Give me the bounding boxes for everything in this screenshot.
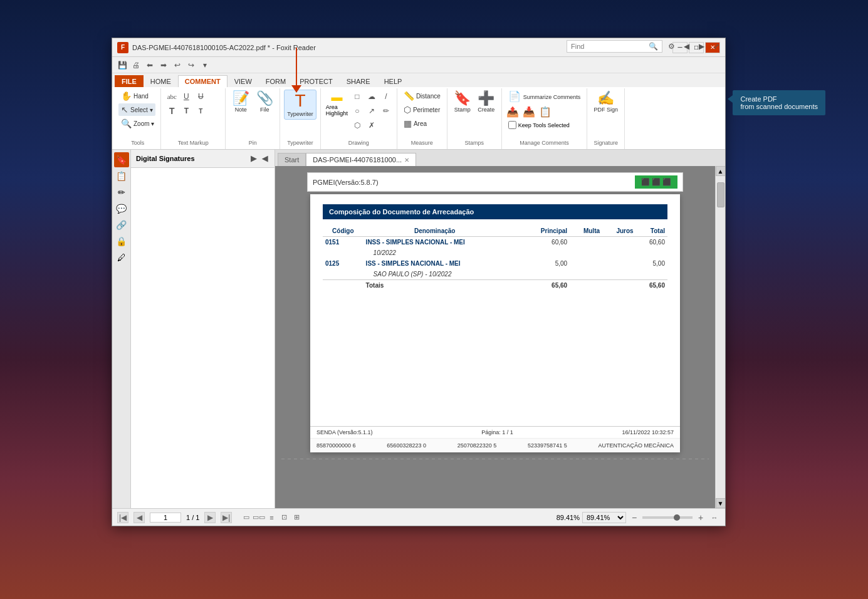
scroll-thumb[interactable] bbox=[717, 182, 724, 207]
prev-page-btn[interactable]: ◀ bbox=[133, 512, 145, 523]
ellipse-tool[interactable]: ○ bbox=[350, 104, 364, 118]
stamp-icon: 🔖 bbox=[454, 91, 471, 105]
summarize-tool[interactable]: 📄 Summarize Comments bbox=[506, 90, 583, 103]
pdf-area[interactable]: PGMEI(Versão:5.8.7) ⬛ ⬛ ⬛ Composição do … bbox=[275, 166, 715, 508]
typewriter-tool[interactable]: T Typewriter bbox=[284, 90, 316, 120]
zoom-slider[interactable] bbox=[642, 516, 693, 519]
settings-btn[interactable]: ⚙ bbox=[665, 40, 677, 53]
zoom-slider-thumb[interactable] bbox=[674, 514, 680, 521]
expand-btn[interactable]: ⤢ bbox=[710, 40, 723, 53]
das-header-bar: PGMEI(Versão:5.8.7) ⬛ ⬛ ⬛ bbox=[307, 172, 683, 192]
tab-help[interactable]: HELP bbox=[377, 75, 409, 87]
arrow-tool[interactable]: ↗ bbox=[365, 104, 379, 118]
sidebar-icon-comment[interactable]: 💬 bbox=[114, 201, 129, 216]
comment-export-icon[interactable]: 📤 bbox=[506, 105, 520, 118]
next-page-btn[interactable]: ▶ bbox=[204, 512, 216, 523]
table-row: SAO PAULO (SP) - 10/2022 bbox=[323, 269, 667, 280]
tab-home[interactable]: HOME bbox=[144, 75, 178, 87]
last-page-btn[interactable]: ▶| bbox=[221, 512, 232, 523]
redo-quick-btn[interactable]: ↪ bbox=[185, 59, 197, 71]
file-tool[interactable]: 📎 File bbox=[253, 90, 276, 115]
sidebar-icon-bookmark[interactable]: 🔖 bbox=[114, 152, 129, 167]
ribbon-group-pin: 📝 Note 📎 File Pin bbox=[226, 88, 280, 149]
polygon-tool[interactable]: ⬡ bbox=[350, 118, 364, 132]
tm-abc[interactable]: abc bbox=[165, 90, 179, 103]
fit-page-btn[interactable]: ⊡ bbox=[278, 512, 290, 523]
nav-back-btn[interactable]: ◀ bbox=[680, 40, 693, 53]
select-tool[interactable]: ↖ Select ▾ bbox=[118, 103, 155, 116]
tm-T1[interactable]: T bbox=[165, 104, 179, 118]
line-tool[interactable]: / bbox=[379, 90, 393, 103]
single-page-btn[interactable]: ▭ bbox=[241, 512, 252, 523]
tab-start[interactable]: Start bbox=[278, 153, 306, 166]
scroll-track[interactable] bbox=[716, 176, 725, 498]
cell-juros-inss bbox=[602, 237, 636, 248]
cell-name-inss: INSS - SIMPLES NACIONAL - MEI bbox=[363, 237, 522, 248]
search-input[interactable] bbox=[571, 43, 646, 50]
note-tool[interactable]: 📝 Note bbox=[229, 90, 252, 115]
tm-T3[interactable]: T bbox=[194, 104, 207, 118]
pdf-sign-tool[interactable]: ✍ PDF Sign bbox=[592, 90, 621, 115]
comment-import-icon[interactable]: 📥 bbox=[522, 105, 536, 118]
zoom-in-btn[interactable]: + bbox=[695, 512, 706, 523]
area-highlight-tool[interactable]: ▬ AreaHighlight bbox=[325, 90, 349, 132]
scroll-up-btn[interactable]: ▲ bbox=[716, 166, 726, 176]
scroll-down-btn[interactable]: ▼ bbox=[716, 498, 726, 508]
stamp-tool[interactable]: 🔖 Stamp bbox=[451, 90, 474, 115]
rect-tool[interactable]: □ bbox=[350, 90, 364, 103]
summarize-icon: 📄 bbox=[508, 91, 521, 102]
sidebar-icon-pages[interactable]: 📋 bbox=[114, 169, 129, 184]
hand-icon: ✋ bbox=[121, 91, 132, 101]
hand-tool[interactable]: ✋ Hand bbox=[118, 90, 151, 102]
reflow-btn[interactable]: ⊞ bbox=[291, 512, 302, 523]
pin-group-label: Pin bbox=[249, 138, 257, 148]
cell-multa-iss bbox=[570, 258, 602, 269]
measure2-tool[interactable]: ✗ bbox=[365, 118, 379, 132]
keep-tools-label[interactable]: Keep Tools Selected bbox=[518, 122, 570, 128]
create-stamp-tool[interactable]: ➕ Create bbox=[475, 90, 498, 115]
tab-view[interactable]: VIEW bbox=[227, 75, 259, 87]
tm-T2[interactable]: T bbox=[179, 104, 193, 118]
comment-list-icon[interactable]: 📋 bbox=[538, 105, 552, 118]
zoom-out-btn[interactable]: − bbox=[629, 512, 640, 523]
tab-file[interactable]: FILE bbox=[115, 75, 144, 87]
keep-tools-checkbox[interactable] bbox=[508, 121, 516, 129]
first-page-btn[interactable]: |◀ bbox=[117, 512, 128, 523]
zoom-tool[interactable]: 🔍 Zoom ▾ bbox=[118, 117, 157, 130]
distance-tool[interactable]: 📏 Distance bbox=[401, 90, 443, 102]
tab-comment[interactable]: COMMENT bbox=[178, 75, 227, 87]
foxit-logo: F bbox=[117, 42, 128, 53]
more-quick-btn[interactable]: ▾ bbox=[199, 59, 211, 71]
sidebar-icon-sign[interactable]: 🖊 bbox=[114, 250, 129, 265]
search-icon[interactable]: 🔍 bbox=[649, 42, 658, 51]
pencil-tool[interactable]: ✏ bbox=[379, 104, 393, 118]
cell-empty8 bbox=[570, 269, 602, 280]
sidebar-icons: 🔖 📋 ✏ 💬 🔗 🔒 🖊 bbox=[112, 150, 131, 508]
cloud-tool[interactable]: ☁ bbox=[365, 90, 379, 103]
panel-expand-btn[interactable]: ▶ bbox=[248, 154, 258, 164]
das-barcode-btn[interactable]: ⬛ ⬛ ⬛ bbox=[635, 175, 677, 189]
sidebar-icon-security[interactable]: 🔒 bbox=[114, 234, 129, 249]
tm-underline[interactable]: U bbox=[179, 90, 193, 103]
tab-das[interactable]: DAS-PGMEI-44076181000... ✕ bbox=[306, 153, 416, 166]
scroll-page-btn[interactable]: ≡ bbox=[266, 512, 277, 523]
tab-das-close[interactable]: ✕ bbox=[404, 157, 409, 164]
back-quick-btn[interactable]: ⬅ bbox=[144, 59, 156, 71]
area-tool[interactable]: ▦ Area bbox=[401, 117, 429, 130]
tab-share[interactable]: SHARE bbox=[340, 75, 377, 87]
fit-width-btn[interactable]: ↔ bbox=[709, 512, 720, 523]
print-quick-btn[interactable]: 🖨 bbox=[130, 59, 142, 71]
page-input[interactable] bbox=[150, 513, 181, 523]
undo-quick-btn[interactable]: ↩ bbox=[171, 59, 184, 71]
zoom-select[interactable]: 89.41% 100% 75% bbox=[582, 512, 626, 523]
tm-strikethrough[interactable]: U bbox=[194, 90, 207, 103]
sidebar-icon-edit[interactable]: ✏ bbox=[114, 185, 129, 200]
ribbon-group-stamps: 🔖 Stamp ➕ Create Stamps bbox=[447, 88, 502, 149]
forward-quick-btn[interactable]: ➡ bbox=[157, 59, 170, 71]
sidebar-icon-link[interactable]: 🔗 bbox=[114, 217, 129, 232]
save-quick-btn[interactable]: 💾 bbox=[116, 59, 128, 71]
double-page-btn[interactable]: ▭▭ bbox=[253, 512, 264, 523]
perimeter-tool[interactable]: ⬡ Perimeter bbox=[401, 103, 442, 116]
nav-forward-btn[interactable]: ▶ bbox=[695, 40, 708, 53]
panel-close-btn[interactable]: ◀ bbox=[259, 154, 269, 164]
